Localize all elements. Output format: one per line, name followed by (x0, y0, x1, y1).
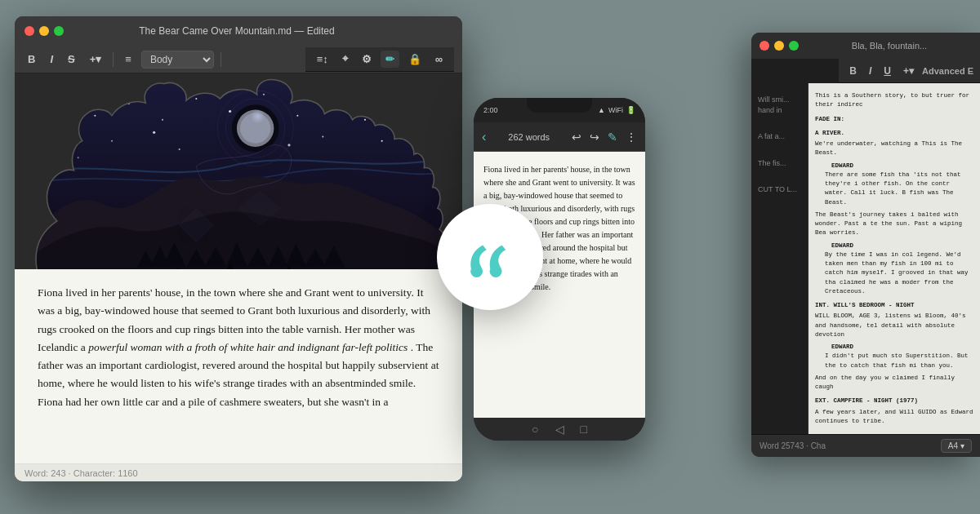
svg-point-23 (245, 119, 252, 126)
prose-content: Fiona lived in her parents' house, in th… (38, 284, 439, 411)
sc-opening: This is a Southern story, to but truer f… (815, 91, 973, 110)
window-title: The Bear Came Over Mountain.md — Edited (21, 25, 452, 37)
sc-character1: EDWARD (831, 162, 973, 171)
sc-action1: The Beast's journey takes i balted with … (815, 210, 973, 238)
mobile-back-button[interactable]: ‹ (482, 130, 486, 144)
mobile-back-nav-icon[interactable]: ◁ (555, 423, 564, 436)
right-italic-button[interactable]: I (865, 64, 875, 78)
mobile-status-icons: ▲ WiFi 🔋 (598, 106, 635, 114)
svg-point-11 (398, 98, 399, 100)
pin-button[interactable]: ⌖ (337, 50, 353, 68)
right-toolbar-group: ≡↕ ⌖ ⚙ ✏ 🔒 ∞ (305, 47, 454, 72)
word-count-text: Word: 243 · Character: 1160 (24, 468, 138, 478)
left-desktop-window: The Bear Came Over Mountain.md — Edited … (15, 16, 462, 481)
right-maximize-button[interactable] (789, 41, 799, 51)
more-icon[interactable]: ⋮ (626, 131, 637, 144)
battery-icon: 🔋 (626, 106, 635, 114)
redo-icon[interactable]: ↪ (590, 131, 599, 144)
sc-dialog2: By the time I was in col legend. We'd ta… (825, 250, 973, 296)
right-sidebar: Will smi... hand in A fat a... The fis..… (751, 83, 808, 434)
app-logo (437, 204, 543, 310)
mobile-time: 2:00 (483, 106, 498, 114)
mobile-word-count: 262 words (492, 132, 565, 142)
svg-point-15 (381, 140, 383, 142)
sc-character3: EDWARD (831, 343, 973, 352)
wifi-icon: WiFi (608, 106, 623, 114)
svg-point-7 (263, 94, 265, 95)
sc-dialog3: I didn't put much sto Superstition. But … (825, 352, 973, 370)
svg-point-2 (94, 115, 96, 117)
sc-action4: A few years later, and Will GUIDO as Edw… (815, 408, 973, 427)
sc-scene2-heading: INT. WILL'S BEDROOM - NIGHT (815, 301, 973, 310)
screenplay-text: This is a Southern story, to but truer f… (815, 91, 973, 426)
svg-point-46 (489, 264, 501, 277)
sc-action3: And on the day you w claimed I finally c… (815, 374, 973, 392)
right-titlebar: Bla, Bla, fountain... (751, 33, 980, 59)
sc-character2: EDWARD (831, 241, 973, 250)
right-heading: Advanced E (922, 66, 973, 76)
logo-svg (460, 227, 521, 288)
right-window-title: Bla, Bla, fountain... (807, 41, 972, 51)
page-size-button[interactable]: A4 ▾ (941, 439, 972, 453)
svg-point-13 (153, 131, 155, 134)
right-minimize-button[interactable] (774, 41, 784, 51)
lock-button[interactable]: 🔒 (403, 51, 426, 68)
sc-scene3-heading: EXT. CAMPFIRE - NIGHT (1977) (815, 397, 973, 405)
right-bold-button[interactable]: B (845, 64, 861, 78)
right-traffic-lights (760, 41, 799, 51)
mobile-notch-area: 2:00 ▲ WiFi 🔋 (474, 98, 645, 122)
left-toolbar: B I S +▾ ≡ Body Heading 1 Heading 2 ≡↕ ⌖… (15, 46, 462, 73)
right-plus-button[interactable]: +▾ (899, 64, 918, 78)
svg-point-5 (195, 98, 197, 100)
edit-icon[interactable]: ✎ (608, 131, 617, 144)
list-button[interactable]: ≡ (120, 51, 136, 68)
sc-narration1: We're underwater, watching a This is The… (815, 140, 973, 158)
svg-point-8 (296, 115, 298, 117)
infinity-button[interactable]: ∞ (430, 51, 448, 68)
mobile-bottom-bar: ○ ◁ □ (474, 418, 645, 441)
italic-button[interactable]: I (45, 51, 58, 68)
svg-point-14 (322, 135, 323, 137)
prose-area[interactable]: Fiona lived in her parents' house, in th… (15, 269, 462, 481)
sidebar-note-1: Will smi... hand in (758, 95, 801, 115)
svg-point-16 (78, 157, 79, 158)
page-size-dropdown-icon: ▾ (960, 441, 964, 450)
right-toolbar: B I U +▾ Advanced E (839, 59, 980, 83)
pen-button[interactable]: ✏ (381, 51, 399, 68)
strikethrough-button[interactable]: S (63, 51, 80, 68)
sidebar-note-2: A fat a... (758, 131, 801, 142)
left-content-area: Fiona lived in her parents' house, in th… (15, 73, 462, 481)
right-content: Will smi... hand in A fat a... The fis..… (751, 83, 980, 434)
mobile-recents-icon[interactable]: □ (581, 423, 587, 436)
bold-button[interactable]: B (23, 51, 40, 68)
sc-scene1-heading: A RIVER. (815, 129, 973, 138)
page-size-label: A4 (948, 441, 958, 450)
svg-point-12 (111, 140, 113, 142)
sc-action2: WILL BLOOM, AGE 3, listens wi Bloom, 40'… (815, 312, 973, 339)
mobile-home-icon[interactable]: ○ (532, 423, 538, 436)
svg-point-25 (252, 135, 256, 139)
svg-point-4 (162, 119, 163, 121)
align-button[interactable]: ≡↕ (312, 51, 333, 68)
toolbar-separator-2 (220, 52, 221, 67)
gear-button[interactable]: ⚙ (357, 51, 376, 68)
mobile-action-icons: ↩ ↪ ✎ ⋮ (572, 131, 637, 144)
undo-icon[interactable]: ↩ (572, 131, 581, 144)
svg-point-17 (179, 148, 180, 150)
screenplay-page[interactable]: This is a Southern story, to but truer f… (808, 83, 980, 434)
word-count-bar: Word: 243 · Character: 1160 (15, 463, 462, 481)
sc-dialog1: There are some fish tha 'its not that th… (825, 171, 973, 207)
signal-icon: ▲ (598, 106, 605, 114)
svg-point-10 (364, 119, 366, 121)
left-titlebar: The Bear Came Over Mountain.md — Edited (15, 16, 462, 46)
sidebar-note-4: CUT TO L... (758, 184, 801, 195)
svg-point-22 (240, 113, 270, 144)
toolbar-separator (113, 52, 114, 67)
right-close-button[interactable] (760, 41, 769, 51)
sidebar-note-3: The fis... (758, 158, 801, 169)
mobile-notch (527, 98, 592, 113)
svg-point-45 (470, 264, 483, 277)
right-underline-button[interactable]: U (880, 64, 895, 78)
plus-button[interactable]: +▾ (85, 51, 107, 68)
style-select[interactable]: Body Heading 1 Heading 2 (141, 51, 214, 69)
